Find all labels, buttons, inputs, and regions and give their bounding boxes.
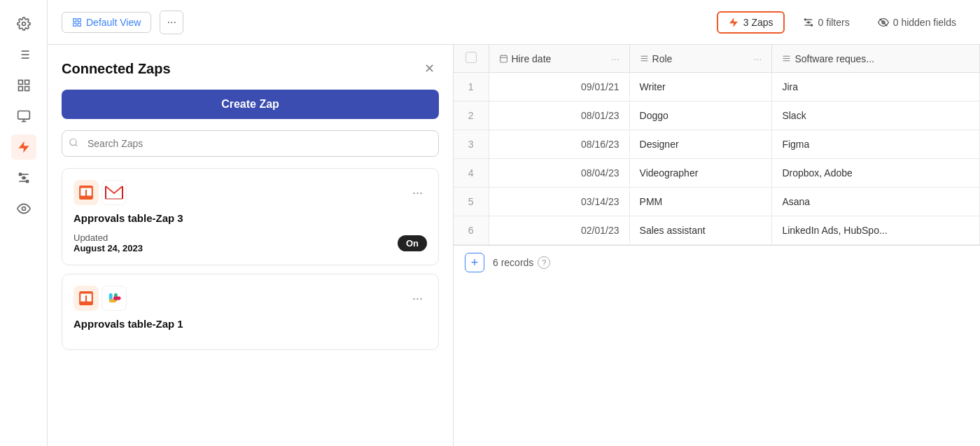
content-area: Connected Zaps ✕ Create Zap (48, 45, 980, 446)
template-icon[interactable] (11, 104, 36, 129)
row-number: 5 (454, 188, 489, 216)
role-cell: PMM (629, 188, 772, 216)
zap-name: Approvals table-Zap 1 (74, 318, 427, 330)
settings-icon[interactable] (11, 11, 36, 36)
close-panel-button[interactable]: ✕ (419, 59, 439, 78)
row-number: 4 (454, 159, 489, 188)
airtable-icon (74, 180, 99, 205)
hidden-fields-button[interactable]: 0 hidden fields (868, 13, 966, 32)
more-button[interactable]: ··· (160, 11, 183, 34)
hire-date-cell: 08/16/23 (489, 130, 629, 159)
hire-date-cell: 09/01/21 (489, 73, 629, 102)
svg-point-30 (804, 19, 806, 20)
role-cell: Videographer (629, 159, 772, 188)
zap-updated: Updated August 24, 2023 (74, 232, 143, 253)
table-row: 1 09/01/21 Writer Jira (454, 73, 980, 102)
zap-updated-date: August 24, 2023 (74, 243, 143, 253)
svg-point-19 (26, 180, 28, 182)
zap-card-top: ··· (74, 180, 427, 205)
svg-rect-11 (18, 111, 29, 120)
role-cell: Writer (629, 73, 772, 102)
svg-rect-23 (78, 18, 80, 21)
role-header: Role ··· (629, 45, 772, 73)
role-cell: Designer (629, 130, 772, 159)
table-row: 2 08/01/23 Doggo Slack (454, 102, 980, 130)
more-label: ··· (167, 16, 176, 29)
checkbox-header (454, 45, 489, 73)
search-input[interactable] (62, 130, 439, 157)
panel-header: Connected Zaps ✕ (48, 45, 453, 90)
zap-meta: Updated August 24, 2023 On (74, 232, 427, 253)
svg-line-36 (76, 144, 78, 146)
hire-date-col-label: Hire date (512, 53, 552, 64)
filters-label: 0 filters (818, 17, 850, 28)
toolbar: Default View ··· 3 Zaps 0 filters 0 hidd… (48, 0, 980, 45)
zaps-panel: Connected Zaps ✕ Create Zap (48, 45, 454, 446)
filter-icon[interactable] (11, 165, 36, 190)
zaps-label: 3 Zaps (743, 17, 774, 28)
filters-button[interactable]: 0 filters (793, 13, 860, 32)
hidden-fields-label: 0 hidden fields (893, 17, 956, 28)
hire-date-cell: 02/01/23 (489, 216, 629, 245)
svg-point-18 (19, 173, 21, 175)
table-footer: + 6 records ? (454, 245, 980, 279)
hire-date-header: Hire date ··· (489, 45, 629, 73)
software-cell: Slack (772, 102, 980, 130)
svg-rect-10 (24, 87, 29, 91)
table-row: 6 02/01/23 Sales assistant LinkedIn Ads,… (454, 216, 980, 245)
svg-rect-7 (18, 81, 22, 85)
records-count-label: 6 records (493, 257, 533, 268)
default-view-button[interactable]: Default View (62, 12, 151, 33)
software-cell: Jira (772, 73, 980, 102)
hire-date-cell: 03/14/23 (489, 188, 629, 216)
zaps-list: ··· Approvals table-Zap 3 Updated August… (48, 168, 453, 446)
svg-point-0 (22, 22, 25, 26)
software-cell: Asana (772, 188, 980, 216)
svg-rect-40 (80, 188, 91, 190)
svg-rect-38 (80, 190, 85, 196)
row-number: 6 (454, 216, 489, 245)
hire-date-cell: 08/04/23 (489, 159, 629, 188)
help-icon[interactable]: ? (538, 256, 550, 269)
grid-icon[interactable] (11, 73, 36, 98)
sidebar (0, 0, 48, 446)
svg-rect-25 (78, 23, 80, 26)
svg-point-31 (811, 25, 812, 26)
role-cell: Doggo (629, 102, 772, 130)
svg-point-20 (22, 176, 24, 179)
list-icon[interactable] (11, 42, 36, 67)
header-checkbox[interactable] (465, 52, 477, 63)
table-area: Hire date ··· Role ··· (454, 45, 980, 446)
svg-rect-43 (87, 295, 92, 302)
svg-rect-48 (113, 297, 121, 300)
svg-rect-39 (87, 190, 92, 196)
software-cell: Dropbox, Adobe (772, 159, 980, 188)
zap-card: ··· Approvals table-Zap 3 Updated August… (62, 168, 439, 265)
role-col-more[interactable]: ··· (754, 53, 762, 64)
eye-icon[interactable] (11, 196, 36, 221)
default-view-label: Default View (86, 17, 141, 28)
svg-marker-26 (729, 18, 738, 27)
hire-date-cell: 08/01/23 (489, 102, 629, 130)
search-container (62, 130, 439, 157)
zap-card-top: ··· (74, 286, 427, 311)
table-row: 5 03/14/23 PMM Asana (454, 188, 980, 216)
svg-rect-44 (80, 293, 91, 295)
svg-rect-24 (74, 23, 76, 26)
zap-status-badge: On (398, 235, 427, 251)
zap-icon[interactable] (11, 134, 36, 160)
zap-card-more-button[interactable]: ··· (408, 290, 427, 307)
svg-point-21 (22, 207, 25, 211)
create-zap-button[interactable]: Create Zap (62, 90, 439, 119)
role-col-label: Role (652, 53, 673, 64)
add-row-button[interactable]: + (465, 253, 484, 272)
svg-rect-42 (80, 295, 85, 302)
svg-marker-14 (18, 141, 29, 153)
zap-card: ··· Approvals table-Zap 1 (62, 274, 439, 350)
search-icon (69, 138, 78, 150)
zaps-button[interactable]: 3 Zaps (717, 11, 785, 34)
hire-date-col-more[interactable]: ··· (611, 53, 620, 64)
table-row: 3 08/16/23 Designer Figma (454, 130, 980, 159)
panel-title: Connected Zaps (62, 61, 171, 77)
zap-card-more-button[interactable]: ··· (408, 184, 427, 202)
